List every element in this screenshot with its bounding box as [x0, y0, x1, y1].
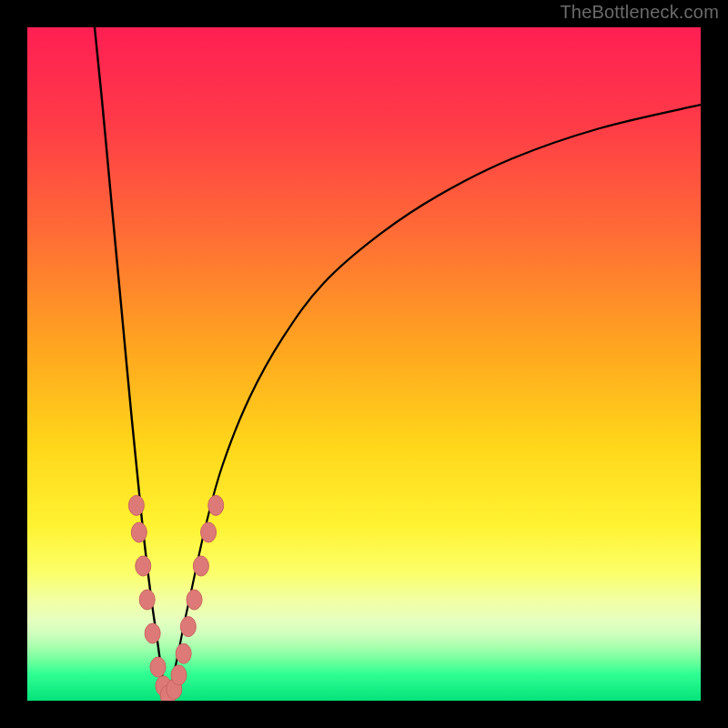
marker-dot	[180, 617, 196, 637]
marker-dot	[145, 623, 160, 643]
curves-layer	[27, 27, 701, 701]
marker-dot	[171, 665, 187, 685]
marker-dot	[136, 556, 151, 576]
marker-dot	[201, 522, 217, 542]
plot-area	[27, 27, 701, 701]
marker-dot	[176, 643, 191, 663]
marker-dot	[139, 590, 155, 610]
frame-left	[0, 0, 27, 728]
markers	[128, 495, 223, 701]
marker-dot	[193, 556, 208, 576]
marker-dot	[208, 495, 224, 515]
marker-dot	[187, 590, 202, 610]
right-curve	[167, 105, 701, 701]
marker-dot	[150, 657, 166, 677]
frame-bottom	[0, 701, 728, 728]
left-curve	[95, 27, 167, 701]
marker-dot	[131, 522, 147, 542]
frame-right	[701, 0, 728, 728]
watermark-text: TheBottleneck.com	[560, 2, 719, 23]
chart-canvas: TheBottleneck.com	[0, 0, 728, 728]
marker-dot	[128, 495, 144, 515]
